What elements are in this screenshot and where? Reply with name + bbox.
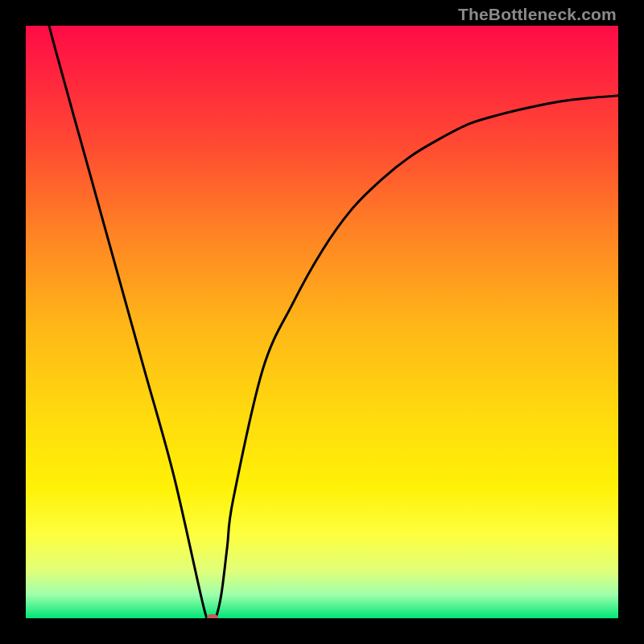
watermark-text: TheBottleneck.com <box>458 5 617 24</box>
chart-frame: TheBottleneck.com <box>0 0 644 644</box>
bottleneck-curve <box>26 26 618 618</box>
optimal-point-marker <box>207 614 218 618</box>
plot-area <box>26 26 618 618</box>
